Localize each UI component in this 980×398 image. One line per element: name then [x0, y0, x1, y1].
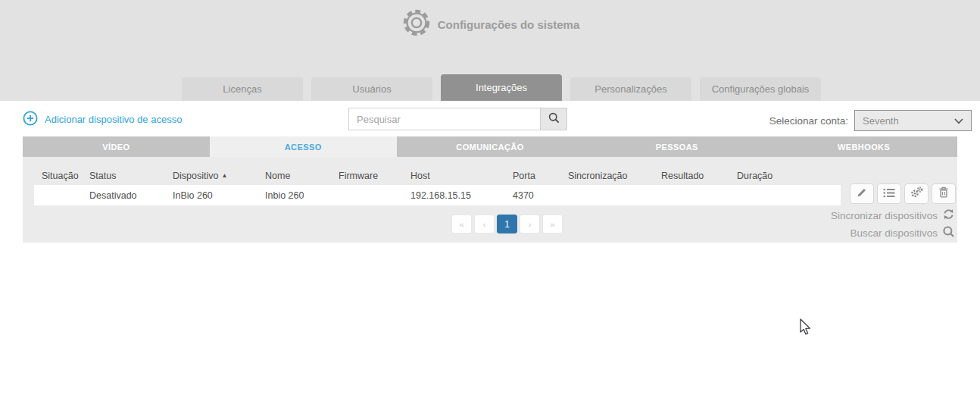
tab-personalizacoes[interactable]: Personalizações — [570, 77, 691, 101]
column-header-situacao[interactable]: Situação — [42, 171, 89, 181]
table-header: Situação Status Dispositivo ▲ Nome Firmw… — [23, 167, 957, 185]
pencil-icon — [857, 187, 867, 201]
account-label: Selecionar conta: — [769, 115, 848, 127]
subtab-comunicacao[interactable]: COMUNICAÇÃO — [397, 136, 584, 157]
account-select[interactable]: Seventh — [854, 110, 972, 131]
column-label: Porta — [513, 171, 535, 181]
column-header-host[interactable]: Host — [410, 171, 513, 181]
title-row: Configurações do sistema — [0, 7, 980, 42]
sync-devices-label: Sincronizar dispositivos — [831, 210, 938, 221]
refresh-icon — [943, 208, 954, 222]
pagination: « ‹ 1 › » — [451, 215, 563, 233]
column-label: Nome — [265, 171, 290, 181]
tab-integracoes[interactable]: Integrações — [441, 74, 562, 101]
add-access-device-label: Adicionar dispositivo de acesso — [45, 114, 182, 125]
column-header-firmware[interactable]: Firmware — [339, 171, 410, 181]
column-header-duracao[interactable]: Duração — [737, 171, 957, 181]
column-label: Host — [410, 171, 430, 181]
subtab-label: COMUNICAÇÃO — [456, 143, 523, 152]
pagination-label: ‹ — [483, 220, 486, 229]
search-devices-link[interactable]: Buscar dispositivos — [850, 226, 954, 240]
cogs-icon — [910, 186, 923, 201]
plus-circle-icon — [23, 111, 38, 128]
cell-nome: Inbio 260 — [265, 190, 339, 201]
subtab-webhooks[interactable]: WEBHOOKS — [770, 136, 957, 157]
column-label: Dispositivo — [173, 171, 218, 181]
column-label: Firmware — [339, 171, 378, 181]
table-row: Desativado InBio 260 Inbio 260 192.168.1… — [34, 185, 841, 205]
tab-label: Configurações globais — [712, 83, 810, 95]
pagination-label: » — [550, 220, 554, 229]
pagination-next[interactable]: › — [520, 215, 540, 233]
pagination-page-1[interactable]: 1 — [497, 215, 517, 233]
column-label: Resultado — [661, 171, 704, 181]
column-header-nome[interactable]: Nome — [265, 171, 339, 181]
magnifier-icon — [943, 226, 954, 240]
pagination-first[interactable]: « — [451, 215, 472, 233]
subtab-label: VÍDEO — [102, 143, 130, 152]
tab-label: Integrações — [476, 82, 527, 93]
row-actions — [850, 183, 956, 204]
cell-host: 192.168.15.15 — [410, 190, 513, 201]
subtab-pessoas[interactable]: PESSOAS — [583, 136, 770, 157]
integration-subtabs: VÍDEO ACESSO COMUNICAÇÃO PESSOAS WEBHOOK… — [23, 136, 957, 157]
header-band: Configurações do sistema Licenças Usuári… — [0, 0, 980, 101]
column-header-status[interactable]: Status — [89, 171, 173, 181]
subtab-acesso[interactable]: ACESSO — [210, 136, 397, 157]
sync-devices-link[interactable]: Sincronizar dispositivos — [831, 208, 954, 222]
chevron-down-icon — [954, 115, 963, 127]
magnifier-icon — [548, 112, 560, 127]
account-group: Selecionar conta: Seventh — [769, 110, 972, 131]
subtab-label: PESSOAS — [656, 143, 698, 152]
pagination-prev[interactable]: ‹ — [474, 215, 495, 233]
gear-icon — [401, 7, 432, 42]
column-header-resultado[interactable]: Resultado — [661, 171, 737, 181]
tab-label: Personalizações — [595, 83, 666, 95]
footer-links: Sincronizar dispositivos Buscar disposit… — [831, 208, 954, 240]
edit-device-button[interactable] — [850, 183, 874, 204]
pagination-label: › — [529, 220, 532, 229]
column-header-porta[interactable]: Porta — [513, 171, 568, 181]
pagination-label: « — [459, 220, 463, 229]
tab-usuarios[interactable]: Usuários — [311, 77, 432, 101]
toolbar: Adicionar dispositivo de acesso Selecion… — [0, 101, 980, 136]
device-details-button[interactable] — [877, 183, 901, 204]
list-icon — [883, 187, 895, 201]
subtab-label: ACESSO — [285, 143, 322, 152]
search-group — [348, 108, 567, 130]
column-header-sincronizacao[interactable]: Sincronização — [568, 171, 661, 181]
system-settings-screen: Configurações do sistema Licenças Usuári… — [0, 0, 980, 398]
column-label: Situação — [42, 171, 79, 181]
delete-device-button[interactable] — [932, 183, 956, 204]
device-settings-button[interactable] — [904, 183, 929, 204]
column-label: Status — [89, 171, 116, 181]
tab-label: Usuários — [352, 83, 391, 95]
column-label: Sincronização — [568, 171, 628, 181]
search-devices-label: Buscar dispositivos — [850, 227, 938, 239]
add-access-device-button[interactable]: Adicionar dispositivo de acesso — [23, 111, 182, 128]
search-button[interactable] — [540, 108, 567, 130]
pagination-label: 1 — [504, 219, 510, 230]
integrations-panel: VÍDEO ACESSO COMUNICAÇÃO PESSOAS WEBHOOK… — [23, 136, 957, 243]
account-select-value: Seventh — [863, 115, 899, 127]
search-input[interactable] — [348, 108, 540, 130]
tab-label: Licenças — [223, 83, 261, 95]
column-header-dispositivo[interactable]: Dispositivo ▲ — [173, 171, 265, 181]
cell-porta: 4370 — [513, 190, 568, 201]
cursor-pointer — [797, 318, 814, 340]
subtab-label: WEBHOOKS — [838, 143, 890, 152]
cell-situacao — [42, 190, 89, 201]
cell-dispositivo: InBio 260 — [173, 190, 265, 201]
tab-configuracoes-globais[interactable]: Configurações globais — [700, 77, 821, 101]
cell-status: Desativado — [89, 190, 173, 201]
pagination-last[interactable]: » — [542, 215, 563, 233]
sort-asc-icon: ▲ — [221, 173, 227, 179]
page-title: Configurações do sistema — [438, 18, 580, 31]
trash-icon — [938, 186, 949, 201]
tab-licencas[interactable]: Licenças — [182, 77, 303, 101]
main-tabs: Licenças Usuários Integrações Personaliz… — [182, 74, 821, 101]
column-label: Duração — [737, 171, 772, 181]
subtab-video[interactable]: VÍDEO — [23, 136, 210, 157]
